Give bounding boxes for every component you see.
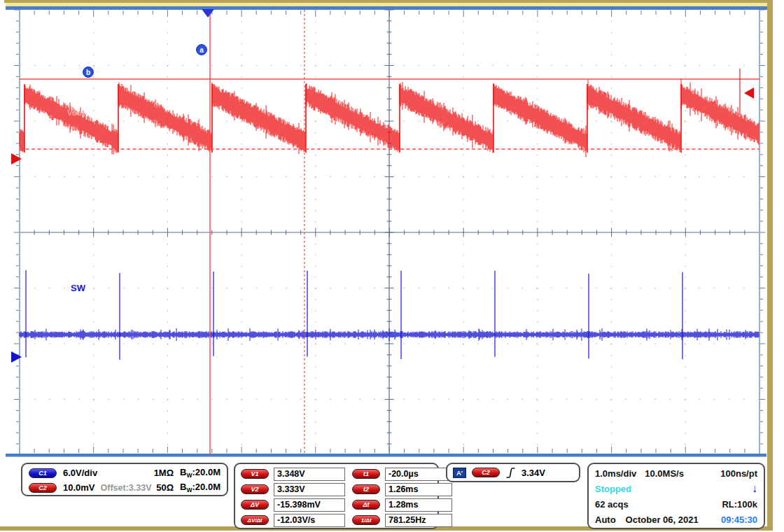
dvdt-badge: ΔV/Δt <box>241 515 269 525</box>
c2-bandwidth: BW:20.0M <box>180 482 220 493</box>
c2-badge[interactable]: C2 <box>29 483 57 493</box>
record-length: RL:100k <box>722 499 757 510</box>
t2-value: 1.26ms <box>385 483 452 496</box>
acquisition-panel[interactable]: 1.0ms/div 10.0MS/s 100ns/pt Stopped ↓ 62… <box>587 463 765 529</box>
freq-badge: 1/Δt <box>352 515 380 525</box>
freq-value: 781.25Hz <box>385 514 452 527</box>
trigger-indicator-icon: ↓ <box>752 484 757 493</box>
trigger-level: 3.34V <box>522 468 545 478</box>
timebase: 1.0ms/div <box>595 468 636 479</box>
channel-row-c1[interactable]: C1 6.0V/div 1MΩ BW:20.0M <box>29 465 220 480</box>
dt-badge: Δt <box>352 500 380 510</box>
sample-rate: 10.0MS/s <box>645 468 684 479</box>
dv-badge: ΔV <box>241 500 269 510</box>
cursor-b-label: b <box>86 69 90 76</box>
c2-scale: 10.0mV <box>63 482 95 493</box>
dv-value: -15.398mV <box>274 498 345 512</box>
channel-settings-panel[interactable]: C1 6.0V/div 1MΩ BW:20.0M C2 10.0mV Offse… <box>21 463 228 496</box>
trigger-mode-badge[interactable]: A' <box>453 468 466 478</box>
dvdt-value: -12.03V/s <box>274 514 345 527</box>
c2-reference-arrow[interactable] <box>11 153 22 164</box>
readout-dvdt: ΔV/Δt -12.03V/s <box>241 513 345 527</box>
sw-trace-spikes <box>26 270 682 360</box>
cursor-readout-panel: V1 3.348V V2 3.333V ΔV -15.398mV ΔV/Δt -… <box>234 463 439 529</box>
v1-badge: V1 <box>241 469 269 479</box>
clock: 09:45:30 <box>721 514 757 525</box>
cursor-a-badge[interactable]: a <box>196 44 207 55</box>
readout-t2: t2 1.26ms <box>352 482 452 496</box>
c1-scale: 6.0V/div <box>63 468 97 478</box>
readout-t1: t1 -20.0µs <box>352 467 452 481</box>
trigger-source-badge[interactable]: C2 <box>472 468 500 477</box>
resolution: 100ns/pt <box>720 468 757 479</box>
readout-freq: 1/Δt 781.25Hz <box>352 513 452 527</box>
v2-badge: V2 <box>241 484 269 494</box>
readout-v1: V1 3.348V <box>241 467 345 481</box>
v2-value: 3.333V <box>274 483 345 496</box>
c2-impedance: 50Ω <box>156 482 174 493</box>
sw-trace <box>20 328 759 341</box>
trigger-mode: Auto <box>595 514 616 525</box>
vout-trace-label: Vout <box>67 108 85 117</box>
sw-trace-label: SW <box>71 283 85 293</box>
trigger-position-marker[interactable] <box>202 9 214 18</box>
c1-reference-arrow[interactable] <box>11 351 22 363</box>
readout-dv: ΔV -15.398mV <box>241 498 345 512</box>
bottom-blue-strip <box>6 454 766 457</box>
frame-right <box>767 0 773 530</box>
trigger-panel[interactable]: A' C2 3.34V <box>446 463 580 482</box>
t1-badge: t1 <box>352 469 380 479</box>
acq-status: Stopped <box>595 484 631 494</box>
graticule-display <box>14 10 765 459</box>
cursor-b-badge[interactable]: b <box>83 66 94 78</box>
c1-badge[interactable]: C1 <box>29 468 57 478</box>
v1-value: 3.348V <box>274 468 345 481</box>
rising-edge-icon <box>505 467 516 479</box>
date: October 06, 2021 <box>626 514 699 525</box>
readout-dt: Δt 1.28ms <box>352 498 452 512</box>
dt-value: 1.28ms <box>385 498 452 512</box>
c2-offset: Offset:3.33V <box>101 483 152 493</box>
c1-impedance: 1MΩ <box>154 468 174 478</box>
t2-badge: t2 <box>352 484 380 494</box>
t1-value: -20.0µs <box>385 468 452 481</box>
acq-count: 62 acqs <box>595 499 629 510</box>
readout-v2: V2 3.333V <box>241 482 345 496</box>
c1-bandwidth: BW:20.0M <box>180 467 220 479</box>
oscilloscope-screen: a b Vout SW C1 6.0V/div 1MΩ BW:20.0M C2 … <box>0 0 784 532</box>
cursor-a-label: a <box>200 46 204 54</box>
trigger-level-arrow[interactable] <box>744 88 754 99</box>
channel-row-c2[interactable]: C2 10.0mV Offset:3.33V 50Ω BW:20.0M <box>29 480 220 495</box>
